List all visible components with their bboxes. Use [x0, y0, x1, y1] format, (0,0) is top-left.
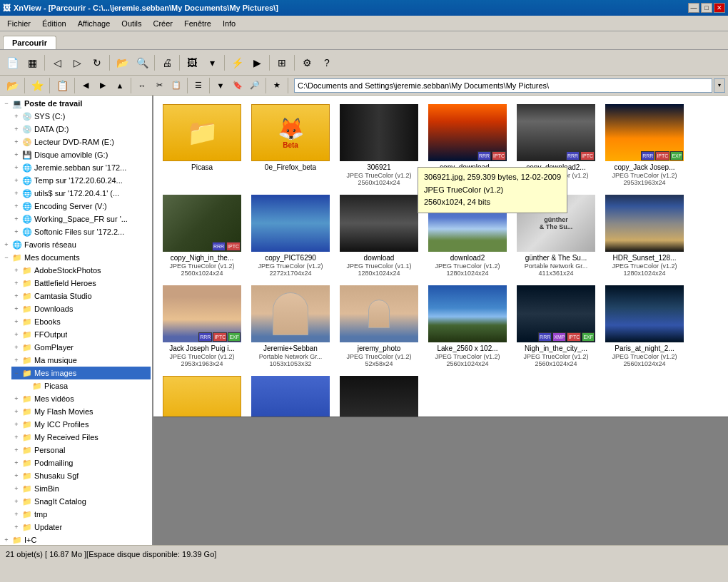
thumb-conv-download[interactable]: RRR IPTC conv_download... JPEG TrueColor… [425, 101, 510, 189]
sidebar-item-personal[interactable]: + 📁 Personal [11, 444, 151, 456]
thumb-copy-jack[interactable]: RRR IPTC EXF copy_Jack Josep... JPEG Tru… [602, 101, 687, 189]
thumb-download[interactable]: download JPEG TrueColor (v1.1)1280x1024x… [336, 192, 422, 280]
address-input[interactable] [294, 78, 712, 93]
tb-forward[interactable]: ▷ [68, 53, 86, 72]
sidebar-item-camtasia[interactable]: + 📁 Camtasia Studio [11, 290, 151, 302]
tb-view-drop[interactable]: ▾ [203, 53, 221, 72]
sidebar-item-simbin[interactable]: + 📁 SimBin [11, 482, 151, 495]
sidebar-item-mes-documents[interactable]: − 📁 Mes documents [1, 251, 151, 264]
thumb-jeremie-sebban[interactable]: Jeremie+Sebban Portable Network Gr...105… [248, 282, 333, 370]
thumb-picasa-folder[interactable]: 📁 Picasa [159, 101, 245, 189]
thumb-jeremy-photo[interactable]: jeremy_photo JPEG TrueColor (v1.2)52x58x… [336, 282, 422, 370]
tb2-nav5[interactable]: ✂ [151, 78, 167, 93]
tb-refresh[interactable]: ↻ [88, 53, 106, 72]
sidebar-item-snagit[interactable]: + 📁 SnagIt Catalog [11, 495, 151, 508]
tb-thumb[interactable]: 🖼 [183, 53, 201, 72]
thumb-paris-night[interactable]: Paris_at_night_2... JPEG TrueColor (v1.2… [602, 282, 687, 370]
sidebar-item-flash[interactable]: + 📁 My Flash Movies [11, 405, 151, 418]
tb-back[interactable]: ◁ [48, 53, 66, 72]
thumb-firefox-folder[interactable]: 🦊 Beta 0e_Firefox_beta [248, 101, 333, 189]
menu-creer[interactable]: Créer [147, 18, 178, 29]
close-button[interactable]: ✕ [714, 3, 725, 13]
menu-fichier[interactable]: Fichier [1, 18, 36, 29]
sidebar-item-podmailing[interactable]: + 📁 Podmailing [11, 456, 151, 469]
sidebar-item-ebooks[interactable]: + 📁 Ebooks [11, 315, 151, 328]
thumb-gunther[interactable]: günther& The Su... günther & The Su... P… [513, 192, 599, 280]
tb-grid-view[interactable]: ⊞ [273, 53, 291, 72]
sidebar-item-ma-musique[interactable]: + 📁 Ma musique [11, 354, 151, 367]
sidebar-item-picasa[interactable]: 📁 Picasa [21, 379, 151, 392]
sidebar-item-iplus[interactable]: + 📁 I+C [1, 534, 151, 545]
folder-icon: 📁 [21, 354, 33, 366]
thumb-row4-1[interactable] [159, 373, 245, 417]
thumb-row4-3[interactable] [336, 373, 422, 417]
minimize-button[interactable]: — [688, 3, 699, 13]
sidebar-item-icc[interactable]: + 📁 My ICC Profiles [11, 418, 151, 431]
sidebar-item-jeremie-share[interactable]: + 🌐 Jeremie.sebban sur '172... [11, 161, 151, 174]
tb2-img-list[interactable]: 📋 [53, 76, 71, 95]
tb2-next[interactable]: ▶ [95, 78, 111, 93]
thumb-copy-pict[interactable]: copy_PICT6290 JPEG TrueColor (v1.2)2272x… [248, 192, 333, 280]
thumb-jack-joseph[interactable]: RRR IPTC EXF Jack Joseph Puig i... JPEG … [159, 282, 245, 370]
sidebar-item-gomplayerr[interactable]: + 📁 GomPlayer [11, 341, 151, 354]
sidebar-item-adobe[interactable]: + 📁 AdobeStockPhotos [11, 264, 151, 277]
sidebar-item-battlefield[interactable]: + 📁 Battlefield Heroes [11, 277, 151, 290]
sidebar-item-updater[interactable]: + 📁 Updater [11, 521, 151, 534]
tab-parcourir[interactable]: Parcourir [3, 36, 56, 49]
sidebar-item-removable[interactable]: + 💾 Disque amovible (G:) [11, 148, 151, 161]
tb-search[interactable]: 🔍 [133, 53, 151, 72]
tb2-nav6[interactable]: 📋 [168, 78, 184, 93]
tb2-bookmark[interactable]: 🔖 [230, 78, 246, 93]
sidebar-item-mes-images[interactable]: − 📁 Mes images [11, 367, 151, 379]
sidebar-item-temp-share[interactable]: + 🌐 Temp sur '172.20.60.24... [11, 174, 151, 187]
tb-batch[interactable]: ⚡ [228, 53, 246, 72]
thumb-lake[interactable]: Lake_2560 x 102... JPEG TrueColor (v1.2)… [425, 282, 510, 370]
sidebar-item-poste-de-travail[interactable]: − 💻 Poste de travail [1, 97, 151, 110]
tb-print[interactable]: 🖨 [158, 53, 176, 72]
thumb-nigh-city[interactable]: RRR XMP IPTC EXF Nigh_in_the_city_... JP… [513, 282, 599, 370]
tb2-filter[interactable]: ▼ [213, 78, 228, 93]
address-dropdown[interactable]: ▾ [714, 78, 725, 93]
thumb-row4-2[interactable] [248, 373, 333, 417]
tb-open-grid[interactable]: ▦ [23, 53, 41, 72]
tb-settings[interactable]: ⚙ [298, 53, 316, 72]
maximize-button[interactable]: □ [701, 3, 712, 13]
sidebar-item-softonic[interactable]: + 🌐 Softonic Files sur '172.2... [11, 225, 151, 238]
thumb-copy-nigh[interactable]: RRR IPTC copy_Nigh_in_the... JPEG TrueCo… [159, 192, 245, 280]
sidebar-item-data-d[interactable]: + 💿 DATA (D:) [11, 123, 151, 136]
thumb-hdr-sunset[interactable]: HDR_Sunset_128... JPEG TrueColor (v1.2)1… [602, 192, 687, 280]
thumb-download2[interactable]: download2 JPEG TrueColor (v1.2)1280x1024… [425, 192, 510, 280]
sidebar-item-received[interactable]: + 📁 My Received Files [11, 431, 151, 444]
tb2-fav[interactable]: ⭐ [28, 76, 46, 95]
menu-fenetre[interactable]: Fenêtre [178, 18, 217, 29]
thumbnail-scroll-area[interactable]: 📁 Picasa 🦊 Beta 0e_Firefox_beta [153, 96, 728, 417]
sidebar-item-shusaku[interactable]: + 📁 Shusaku Sgf [11, 469, 151, 482]
tb2-folder-up[interactable]: 📂 [3, 76, 21, 95]
tb2-zoom[interactable]: 🔎 [247, 78, 263, 93]
sidebar-item-favoris-reseau[interactable]: + 🌐 Favoris réseau [1, 238, 151, 251]
tb-folder[interactable]: 📂 [113, 53, 131, 72]
sidebar-item-encoding[interactable]: + 🌐 Encoding Server (V:) [11, 200, 151, 213]
sidebar-item-dvdram[interactable]: + 📀 Lecteur DVD-RAM (E:) [11, 136, 151, 148]
sidebar-item-tmp[interactable]: + 📁 tmp [11, 508, 151, 521]
menu-edition[interactable]: Édition [36, 18, 72, 29]
tb2-view-list[interactable]: ☰ [191, 78, 206, 93]
sidebar-item-downloads[interactable]: + 📁 Downloads [11, 302, 151, 315]
tb2-nav4[interactable]: ↔ [134, 78, 150, 93]
sidebar-item-sys-c[interactable]: + 💿 SYS (C:) [11, 110, 151, 123]
sidebar-item-mes-videos[interactable]: + 📁 Mes vidéos [11, 392, 151, 405]
menu-info[interactable]: Info [217, 18, 241, 29]
tb2-up[interactable]: ▲ [112, 78, 128, 93]
menu-affichage[interactable]: Affichage [72, 18, 116, 29]
tb-help[interactable]: ? [318, 53, 336, 72]
tb-new[interactable]: 📄 [3, 53, 21, 72]
thumb-conv-download2[interactable]: RRR IPTC conv_download2... JPEG TrueColo… [513, 101, 599, 189]
tb-slideshow[interactable]: ▶ [248, 53, 266, 72]
tb2-prev[interactable]: ◀ [78, 78, 93, 93]
thumb-306921[interactable]: 306921 JPEG TrueColor (v1.2)2560x1024x24 [336, 101, 422, 189]
tb2-star[interactable]: ★ [269, 78, 285, 93]
sidebar-item-utils-share[interactable]: + 🌐 utils$ sur '172.20.4.1' (... [11, 187, 151, 200]
menu-outils[interactable]: Outils [116, 18, 147, 29]
sidebar-item-working-space[interactable]: + 🌐 Working_Space_FR sur '... [11, 213, 151, 225]
sidebar-item-ffoutput[interactable]: + 📁 FFOutput [11, 328, 151, 341]
